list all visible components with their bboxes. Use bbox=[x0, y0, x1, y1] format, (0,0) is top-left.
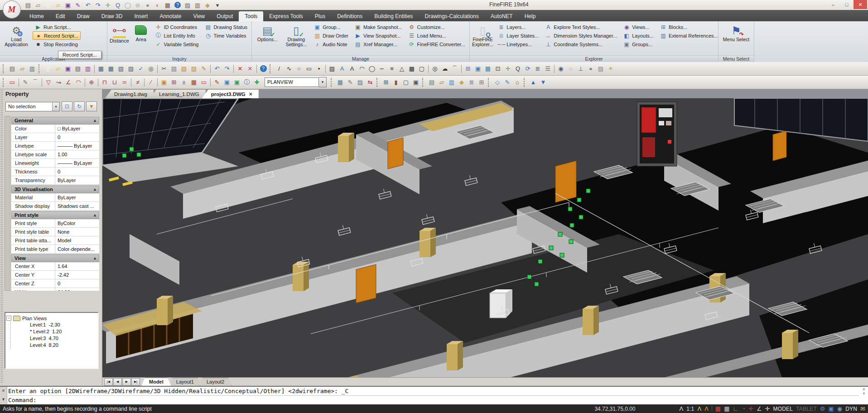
qat-hidden-sphere-icon[interactable]: ⊘ bbox=[133, 1, 142, 9]
chevron-down-icon[interactable]: ▾ bbox=[319, 77, 327, 87]
toolbar-grip[interactable] bbox=[3, 78, 6, 87]
paste-icon[interactable]: ▧ bbox=[179, 64, 189, 73]
palette-grip[interactable] bbox=[0, 90, 3, 384]
ellipse-icon[interactable]: ◯ bbox=[367, 64, 377, 73]
globe-icon[interactable]: ◉ bbox=[837, 405, 842, 412]
command-history-line[interactable]: Enter an option [2DWireframe/3DWireframe… bbox=[8, 387, 859, 396]
bld-sheet-icon[interactable]: ▥ bbox=[27, 64, 37, 73]
tab-tools[interactable]: Tools bbox=[239, 11, 263, 21]
collapse-icon[interactable]: ▲ bbox=[93, 255, 97, 262]
annotation-visibility-icon[interactable]: Λ bbox=[697, 405, 701, 412]
zoom-window-icon[interactable]: ⊡ bbox=[493, 64, 503, 73]
variable-setting-button[interactable]: ✓Variable Setting bbox=[153, 40, 201, 48]
load-menu-button[interactable]: ☰Load Menu... bbox=[406, 31, 467, 40]
layout-nav-button[interactable]: ▶| bbox=[131, 378, 140, 386]
id-coordinates-button[interactable]: ✛ID Coordinates bbox=[153, 23, 201, 31]
tab-help[interactable]: Help bbox=[519, 11, 542, 21]
views-button[interactable]: ◉Views... bbox=[621, 23, 656, 31]
plot-preview-icon[interactable]: ▦ bbox=[106, 64, 116, 73]
dimension-styles-manager-button[interactable]: ↔Dimension Styles Manager... bbox=[543, 31, 619, 40]
tree-expander-icon[interactable]: − bbox=[6, 316, 11, 321]
bldg-check-icon[interactable]: ▤ bbox=[427, 77, 437, 87]
region-icon[interactable]: ▢ bbox=[417, 64, 427, 73]
toolbar-grip[interactable] bbox=[331, 78, 334, 87]
bldg-layers-icon[interactable]: ≣ bbox=[467, 77, 477, 87]
door-icon[interactable]: ▮ bbox=[391, 77, 401, 87]
dyn-toggle[interactable]: DYN bbox=[845, 406, 857, 412]
point-icon[interactable]: ▪ bbox=[314, 64, 324, 73]
qat-pan-icon[interactable]: ✛ bbox=[103, 1, 112, 9]
annotation-scale-value[interactable]: 1:1 bbox=[686, 406, 694, 412]
command-scrollbar[interactable]: ∧ ∨ bbox=[861, 387, 867, 395]
tab-plus[interactable]: Plus bbox=[309, 11, 331, 21]
finefire-converter-button[interactable]: ⟳FineFIRE Converter... bbox=[406, 40, 467, 48]
scroll-up-icon[interactable]: ∧ bbox=[863, 387, 865, 391]
view-name-input[interactable]: PLANVIEW bbox=[265, 77, 319, 87]
collapse-icon[interactable]: ▲ bbox=[93, 186, 97, 193]
tab-drawings-calculations[interactable]: Drawings-Calculations bbox=[419, 11, 485, 21]
qat-undo-icon[interactable]: ↶ bbox=[83, 1, 92, 9]
qat-help-icon[interactable]: ? bbox=[173, 1, 182, 9]
tab-draw[interactable]: Draw bbox=[71, 11, 96, 21]
dim-slash-icon[interactable]: ≠ bbox=[133, 77, 143, 87]
polyline-icon[interactable]: ∿ bbox=[284, 64, 294, 73]
line-icon[interactable]: / bbox=[274, 64, 284, 73]
time-variables-button[interactable]: ◷Time Variables bbox=[203, 31, 249, 40]
distance-button[interactable]: o—o Distance bbox=[110, 23, 129, 55]
quick-select-button[interactable]: ⊡ bbox=[62, 101, 72, 111]
section-header-print-style[interactable]: Print style ▲ bbox=[11, 211, 99, 219]
qat-clipboard-icon[interactable]: ▥ bbox=[193, 1, 202, 9]
qat-rendered-sphere-icon[interactable]: ◐ bbox=[153, 1, 162, 9]
opening-icon[interactable]: ▢ bbox=[401, 77, 411, 87]
clean-screen-icon[interactable]: ▣ bbox=[829, 405, 834, 412]
render-icon[interactable]: ● bbox=[586, 64, 596, 73]
tab-draw-3d[interactable]: Draw 3D bbox=[96, 11, 129, 21]
selection-dropdown[interactable]: No selection ▾ bbox=[5, 102, 60, 111]
lineweight-toggle-icon[interactable]: ✛ bbox=[765, 405, 770, 412]
draw-order-button[interactable]: ▥Draw Order bbox=[312, 31, 350, 40]
dim-update-icon[interactable]: ⊞ bbox=[169, 77, 179, 87]
bldg-copy-icon[interactable]: ▥ bbox=[447, 77, 457, 87]
qat-3d-box-icon[interactable]: ◆ bbox=[203, 1, 212, 9]
layout-nav-button[interactable]: ▶ bbox=[122, 378, 131, 386]
tab-building-entities[interactable]: Building Entities bbox=[368, 11, 419, 21]
close-button[interactable]: ✕ bbox=[854, 0, 867, 9]
layout-nav-button[interactable]: ◀ bbox=[113, 378, 122, 386]
qat-new-file-icon[interactable]: ▯ bbox=[43, 1, 53, 9]
level-up-icon[interactable]: ▲ bbox=[528, 77, 538, 87]
regen-icon[interactable]: ⟳ bbox=[523, 64, 533, 73]
toolbar-grip[interactable] bbox=[524, 78, 527, 87]
named-views-icon[interactable]: ◉ bbox=[556, 64, 566, 73]
mtext-icon[interactable]: A bbox=[337, 64, 347, 73]
tab-edit[interactable]: Edit bbox=[50, 11, 71, 21]
layers-button[interactable]: ≣Layers... bbox=[496, 23, 540, 31]
dim-edit3-icon[interactable]: ▣ bbox=[232, 77, 242, 87]
toolbar-grip[interactable] bbox=[488, 78, 491, 87]
linetypes-button[interactable]: –·–Linetypes... bbox=[496, 40, 540, 48]
doc-tab-project3[interactable]: project3.DWG× bbox=[202, 90, 259, 98]
model-tab[interactable]: Model bbox=[141, 378, 171, 386]
bldg-tree-icon[interactable]: ⊞ bbox=[477, 77, 487, 87]
circle-icon[interactable]: ○ bbox=[294, 64, 304, 73]
qat-print-icon[interactable]: ▦ bbox=[163, 1, 172, 9]
dim-edit2-icon[interactable]: ▣ bbox=[222, 77, 232, 87]
multiline-icon[interactable]: ≡ bbox=[387, 64, 397, 73]
toolbar-grip[interactable] bbox=[270, 64, 273, 73]
bld-open-icon[interactable]: ▱ bbox=[17, 64, 27, 73]
osnap-toggle-icon[interactable]: ✛ bbox=[748, 405, 753, 412]
bldg-foot-icon[interactable]: ▱ bbox=[437, 77, 447, 87]
find-icon[interactable]: ◎ bbox=[146, 64, 156, 73]
drawing-status-button[interactable]: ▤Drawing Status bbox=[203, 23, 249, 31]
help-icon[interactable]: ? bbox=[258, 64, 268, 73]
view-snapshot-button[interactable]: ▶View Snapshot... bbox=[352, 31, 404, 40]
explore-text-styles-button[interactable]: AExplore Text Styles... bbox=[543, 23, 619, 31]
load-application-button[interactable]: ⚙ ⚙ Load Application bbox=[2, 23, 30, 55]
arc-icon[interactable]: ◠ bbox=[357, 64, 367, 73]
annotation-autoscale-icon[interactable]: Λ bbox=[704, 405, 709, 412]
qat-bld-new-icon[interactable]: ▤ bbox=[24, 1, 33, 9]
tab-express-tools[interactable]: Express Tools bbox=[263, 11, 309, 21]
arc-3point-icon[interactable]: ⌒ bbox=[450, 64, 460, 73]
external-references-button[interactable]: ▥External References... bbox=[658, 31, 720, 40]
tablet-toggle[interactable]: TABLET bbox=[796, 406, 817, 412]
dim-edit4-icon[interactable]: ⓘ bbox=[242, 77, 252, 87]
